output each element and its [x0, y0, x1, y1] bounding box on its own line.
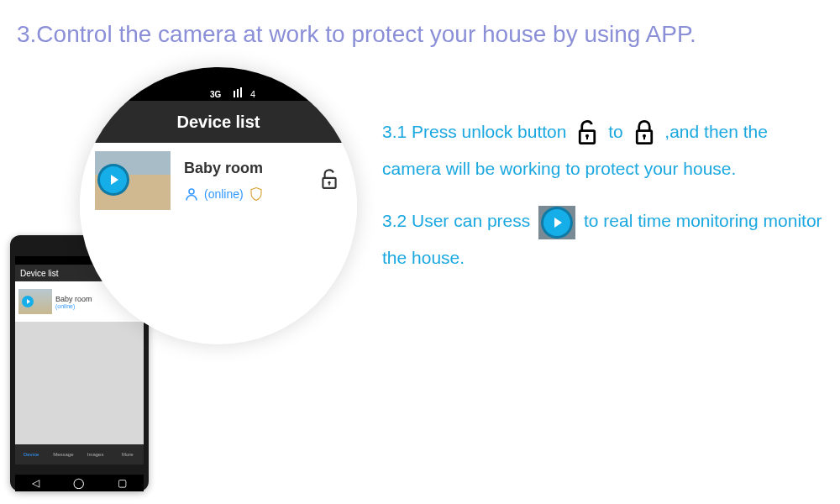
- zoomed-detail-circle: 3G4 Device list Baby room (online): [80, 67, 357, 344]
- zoom-app-header: Device list: [80, 101, 357, 143]
- svg-rect-3: [240, 87, 242, 97]
- tab-device[interactable]: Device: [15, 452, 47, 457]
- section-heading: 3.Control the camera at work to protect …: [0, 0, 840, 52]
- svg-text:3G: 3G: [210, 90, 222, 99]
- unlock-icon: [575, 118, 600, 147]
- step-3-1: 3.1 Press unlock button to ,and then the…: [382, 113, 823, 187]
- tab-more[interactable]: More: [112, 452, 144, 457]
- svg-rect-11: [586, 136, 588, 139]
- zoom-device-name: Baby room: [184, 160, 264, 177]
- svg-rect-1: [234, 91, 235, 97]
- svg-rect-8: [328, 182, 330, 185]
- zoom-camera-thumbnail: [95, 151, 171, 210]
- phone-device-status: (online): [55, 303, 92, 309]
- instruction-text: 3.1 Press unlock button to ,and then the…: [382, 113, 823, 276]
- tab-message[interactable]: Message: [47, 452, 79, 457]
- play-icon: [543, 209, 570, 236]
- svg-text:4: 4: [250, 89, 255, 99]
- tab-images[interactable]: Images: [80, 452, 112, 457]
- home-icon[interactable]: ◯: [73, 477, 84, 489]
- step-3-2: 3.2 User can press to real time monitori…: [382, 202, 823, 276]
- play-icon[interactable]: [100, 166, 127, 193]
- svg-rect-14: [643, 136, 645, 139]
- phone-android-nav: ◁ ◯ ▢: [15, 475, 144, 491]
- back-icon[interactable]: ◁: [32, 477, 39, 489]
- phone-device-name: Baby room: [55, 295, 92, 303]
- svg-point-5: [189, 189, 194, 194]
- zoom-device-row[interactable]: Baby room (online): [80, 143, 357, 218]
- play-icon[interactable]: [22, 296, 34, 307]
- zoom-device-status: (online): [204, 187, 244, 201]
- person-icon: [184, 186, 199, 202]
- play-button-image: [538, 206, 575, 239]
- shield-icon: [249, 186, 264, 202]
- phone-camera-thumbnail: [18, 289, 52, 314]
- lock-icon: [632, 118, 657, 147]
- phone-tab-bar: Device Message Images More: [15, 444, 144, 465]
- zoom-status-bar: 3G4: [80, 67, 357, 104]
- unlock-icon[interactable]: [318, 167, 340, 194]
- svg-rect-2: [237, 89, 239, 97]
- recent-icon[interactable]: ▢: [118, 477, 127, 489]
